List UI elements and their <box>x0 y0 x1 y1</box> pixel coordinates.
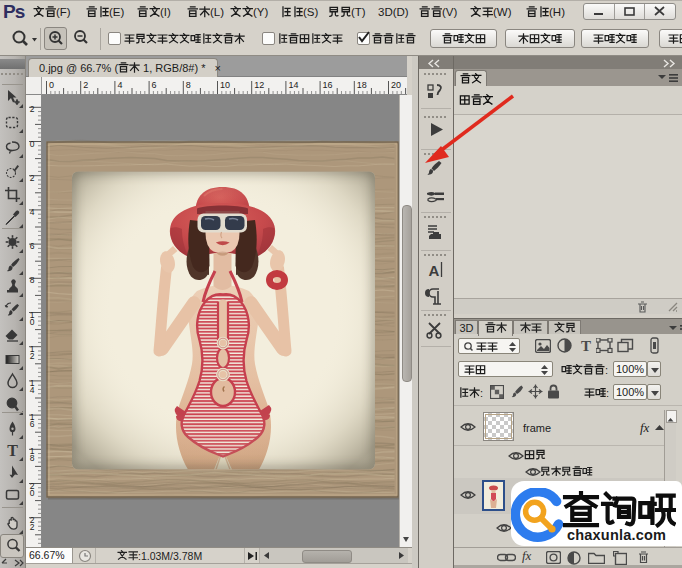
svg-text:6: 6 <box>30 419 35 429</box>
svg-text:0: 0 <box>30 139 35 149</box>
svg-text:2: 2 <box>30 104 35 114</box>
svg-text:4: 4 <box>30 207 35 217</box>
svg-text:2: 2 <box>83 80 88 90</box>
svg-text:2: 2 <box>30 351 35 361</box>
svg-text:4: 4 <box>30 385 35 395</box>
svg-text:8: 8 <box>30 453 35 463</box>
svg-text:12: 12 <box>254 80 264 90</box>
svg-text:8: 8 <box>186 80 191 90</box>
svg-text:10: 10 <box>220 80 230 90</box>
svg-text:0: 0 <box>30 488 35 498</box>
svg-text:0: 0 <box>49 80 54 90</box>
svg-text:14: 14 <box>288 80 298 90</box>
svg-text:2: 2 <box>30 173 35 183</box>
svg-text:16: 16 <box>323 80 333 90</box>
svg-text:6: 6 <box>152 80 157 90</box>
svg-text:T: T <box>7 442 18 459</box>
svg-text:2: 2 <box>30 522 35 532</box>
svg-text:A: A <box>429 262 440 279</box>
svg-text:0: 0 <box>30 317 35 327</box>
svg-text:8: 8 <box>30 275 35 285</box>
svg-text:6: 6 <box>30 241 35 251</box>
svg-text:4: 4 <box>117 80 122 90</box>
svg-text:T: T <box>581 338 591 353</box>
svg-text:18: 18 <box>357 80 367 90</box>
svg-text:20: 20 <box>391 80 401 90</box>
